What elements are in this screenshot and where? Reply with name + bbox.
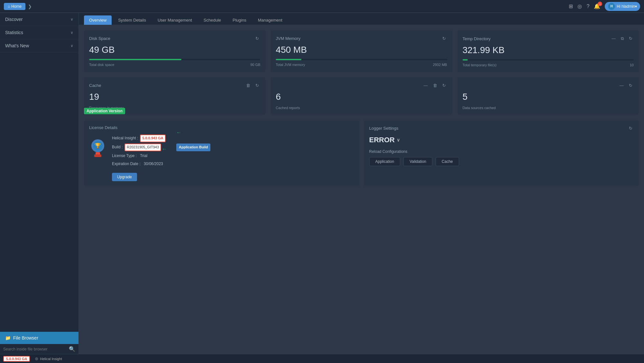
nav-tabs: Overview System Details User Management …: [79, 13, 644, 25]
delete-icon[interactable]: 🗑: [432, 82, 438, 88]
search-icon[interactable]: 🔍: [69, 346, 75, 352]
location-icon[interactable]: ◎: [577, 3, 582, 9]
bottom-bar: 5.0.0.943 GA ◎ Helical Insight: [0, 354, 644, 363]
refresh-icon[interactable]: ↻: [628, 125, 634, 131]
card-jvm-memory: JVM Memory ↻ 450 MB Total JVM memory 293…: [271, 30, 452, 72]
app-build-annotation: Application Build: [176, 144, 210, 151]
license-details: Helical Insight : 5.0.0.943 GA ← Build :…: [112, 135, 166, 181]
help-icon[interactable]: ?: [586, 4, 589, 9]
svg-rect-4: [94, 154, 101, 157]
jvm-memory-progress-fill: [276, 59, 301, 60]
tab-management[interactable]: Management: [253, 15, 288, 25]
refresh-icon[interactable]: ↻: [628, 35, 634, 42]
bottom-brand: ◎ Helical Insight: [35, 357, 62, 361]
home-icon: ⌂: [8, 4, 10, 9]
medal-icon: 🏆: [89, 135, 107, 157]
version-badge: 5.0.0.943 GA: [140, 135, 165, 142]
reload-application-button[interactable]: Application: [369, 157, 400, 166]
sidebar-item-statistics[interactable]: Statistics ∨: [0, 26, 78, 39]
file-browser-search-bar: 🔍: [0, 344, 78, 354]
content-area: Overview System Details User Management …: [79, 13, 644, 354]
card-data-sources: — ↻ 5 Data sources cached: [457, 77, 639, 115]
upgrade-button[interactable]: Upgrade: [112, 173, 137, 181]
reload-buttons: Application Validation Cache: [369, 157, 634, 166]
refresh-icon[interactable]: ↻: [254, 82, 260, 88]
jvm-memory-progress: [276, 59, 447, 60]
license-title: License Details: [89, 125, 354, 130]
dashboard: Disk Space ↻ 49 GB Total disk space 90 G…: [79, 25, 644, 191]
tab-schedule[interactable]: Schedule: [198, 15, 226, 25]
card-logger: Logger Settings ↻ ERROR ∨ Reload Configu…: [364, 120, 639, 186]
tab-overview[interactable]: Overview: [84, 15, 112, 25]
delete-icon[interactable]: 🗑: [245, 82, 252, 88]
temp-dir-progress: [463, 59, 634, 60]
chevron-icon: ∨: [70, 43, 73, 48]
copy-icon[interactable]: ⧉: [620, 35, 625, 42]
chevron-icon: ∨: [70, 17, 73, 22]
sidebar-item-whats-new[interactable]: What's New ∨: [0, 39, 78, 52]
disk-space-progress-fill: [89, 59, 181, 60]
sidebar: Discover ∨ Statistics ∨ What's New ∨ 📁 F…: [0, 13, 79, 354]
file-browser-header[interactable]: 📁 File Browser: [0, 332, 78, 344]
reload-validation-button[interactable]: Validation: [403, 157, 432, 166]
minimize-icon[interactable]: —: [618, 82, 625, 88]
refresh-icon[interactable]: ↻: [441, 35, 447, 42]
minimize-icon[interactable]: —: [422, 82, 429, 88]
refresh-icon[interactable]: ↻: [254, 35, 260, 42]
minimize-icon[interactable]: —: [610, 35, 617, 42]
file-browser-search-input[interactable]: [3, 347, 67, 351]
card-cached-reports: — 🗑 ↻ 6 Cached reports: [271, 77, 452, 115]
card-temp-directory: Temp Directory — ⧉ ↻ 321.99 KB Total tem…: [457, 30, 639, 72]
logger-dropdown-icon[interactable]: ∨: [397, 137, 400, 143]
home-button[interactable]: ⌂ Home: [4, 3, 25, 10]
top-bar: ⌂ Home ❯ ⊞ ◎ ? 🔔 1 H Hi hladmin▾: [0, 0, 644, 13]
temp-dir-progress-fill: [463, 59, 468, 60]
version-badge-bottom: 5.0.0.943 GA: [3, 356, 30, 362]
app-version-annotation: Application Version: [84, 108, 125, 114]
tab-system-details[interactable]: System Details: [113, 15, 151, 25]
grid-icon[interactable]: ⊞: [569, 3, 573, 9]
user-chip[interactable]: H Hi hladmin▾: [605, 2, 640, 11]
sidebar-item-discover[interactable]: Discover ∨: [0, 13, 78, 26]
file-browser-section: 📁 File Browser 🔍: [0, 332, 78, 354]
reload-cache-button[interactable]: Cache: [436, 157, 459, 166]
cards-row-3: Application Version License Details 🏆: [84, 120, 639, 186]
disk-space-progress: [89, 59, 260, 60]
tab-plugins[interactable]: Plugins: [227, 15, 252, 25]
svg-text:🏆: 🏆: [95, 143, 101, 149]
build-badge: R20231905_GIT943: [124, 144, 161, 151]
card-disk-space: Disk Space ↻ 49 GB Total disk space 90 G…: [84, 30, 265, 72]
card-license: License Details 🏆: [84, 120, 359, 186]
expand-icon[interactable]: ❯: [28, 4, 32, 9]
bell-icon[interactable]: 🔔 1: [594, 3, 600, 9]
tab-user-management[interactable]: User Management: [152, 15, 197, 25]
avatar: H: [608, 3, 615, 10]
cards-row-2: Cache 🗑 ↻ 19 Resources in memory: [84, 77, 639, 115]
helical-icon: ◎: [35, 357, 38, 361]
file-browser-icon: 📁: [5, 335, 11, 340]
refresh-icon[interactable]: ↻: [441, 82, 447, 88]
cards-row-1: Disk Space ↻ 49 GB Total disk space 90 G…: [84, 30, 639, 72]
chevron-icon: ∨: [70, 30, 73, 35]
refresh-icon[interactable]: ↻: [628, 82, 634, 88]
top-bar-icons: ⊞ ◎ ? 🔔 1 H Hi hladmin▾: [569, 2, 640, 11]
